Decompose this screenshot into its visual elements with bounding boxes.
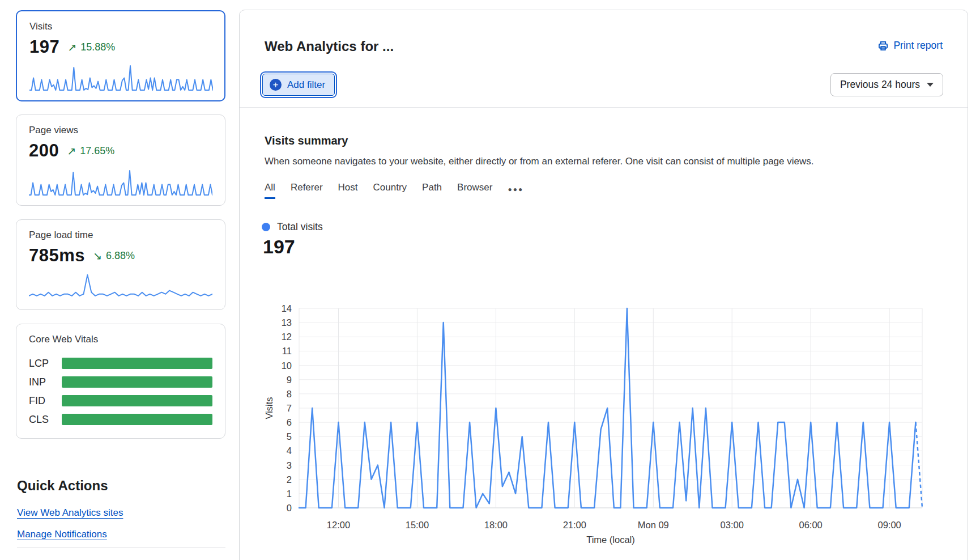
page-load-time-sparkline bbox=[29, 273, 212, 300]
add-filter-label: Add filter bbox=[287, 79, 325, 91]
trend-down-arrow-icon: ↘ bbox=[93, 251, 102, 261]
cwv-row-lcp: LCP bbox=[29, 358, 212, 369]
card-value: 785ms bbox=[29, 245, 85, 266]
card-title: Page views bbox=[29, 125, 212, 136]
tab-path[interactable]: Path bbox=[422, 182, 442, 199]
total-visits-value: 197 bbox=[263, 236, 295, 258]
print-report-label: Print report bbox=[893, 40, 943, 52]
card-title: Page load time bbox=[29, 230, 212, 241]
svg-text:15:00: 15:00 bbox=[406, 520, 429, 530]
svg-text:03:00: 03:00 bbox=[721, 520, 744, 530]
page-views-sparkline bbox=[29, 169, 212, 196]
printer-icon bbox=[877, 40, 889, 52]
svg-text:Visits: Visits bbox=[264, 397, 274, 419]
cwv-label: INP bbox=[29, 376, 62, 388]
chevron-down-icon bbox=[927, 83, 934, 87]
svg-text:12:00: 12:00 bbox=[327, 520, 350, 530]
card-value: 200 bbox=[29, 141, 59, 161]
quick-actions-heading: Quick Actions bbox=[17, 478, 108, 494]
metric-card-page-load-time[interactable]: Page load time 785ms ↘ 6.88% bbox=[16, 219, 225, 310]
svg-text:09:00: 09:00 bbox=[877, 520, 901, 530]
svg-text:Time (local): Time (local) bbox=[586, 534, 635, 545]
cwv-good-bar bbox=[62, 376, 212, 388]
tab-browser[interactable]: Browser bbox=[457, 182, 492, 199]
trend-badge: ↘ 6.88% bbox=[93, 250, 135, 262]
cwv-good-bar bbox=[62, 414, 212, 425]
svg-text:8: 8 bbox=[287, 389, 292, 399]
cwv-good-bar bbox=[62, 358, 212, 369]
svg-text:Mon 09: Mon 09 bbox=[638, 520, 669, 530]
view-web-analytics-sites-link[interactable]: View Web Analytics sites bbox=[17, 507, 123, 519]
tabs-more-ellipsis[interactable]: ●●● bbox=[508, 185, 523, 199]
svg-text:5: 5 bbox=[287, 431, 292, 442]
svg-text:21:00: 21:00 bbox=[563, 520, 586, 530]
svg-text:10: 10 bbox=[282, 360, 292, 371]
cwv-row-inp: INP bbox=[29, 376, 212, 388]
card-title: Core Web Vitals bbox=[29, 334, 212, 345]
trend-up-arrow-icon: ↗ bbox=[67, 42, 76, 53]
cwv-label: CLS bbox=[29, 414, 62, 426]
svg-text:18:00: 18:00 bbox=[484, 520, 508, 530]
card-value: 197 bbox=[29, 37, 59, 57]
svg-text:4: 4 bbox=[287, 446, 292, 456]
metric-card-visits[interactable]: Visits 197 ↗ 15.88% bbox=[16, 10, 225, 101]
svg-text:9: 9 bbox=[287, 375, 292, 385]
tab-referer[interactable]: Referer bbox=[291, 182, 323, 199]
svg-text:12: 12 bbox=[282, 332, 292, 342]
trend-badge: ↗ 17.65% bbox=[67, 145, 114, 157]
svg-text:13: 13 bbox=[282, 317, 292, 328]
svg-text:14: 14 bbox=[282, 303, 292, 313]
time-range-value: Previous 24 hours bbox=[840, 79, 920, 91]
chart-legend: Total visits bbox=[262, 221, 323, 233]
core-web-vitals-rows: LCPINPFIDCLS bbox=[29, 358, 212, 425]
cwv-label: FID bbox=[29, 395, 62, 407]
time-range-dropdown[interactable]: Previous 24 hours bbox=[830, 73, 943, 96]
cwv-label: LCP bbox=[29, 358, 62, 370]
visits-line-chart[interactable]: 0123456789101112131412:0015:0018:0021:00… bbox=[244, 265, 969, 560]
cwv-good-bar bbox=[62, 395, 212, 406]
trend-percent: 17.65% bbox=[80, 145, 114, 157]
tab-host[interactable]: Host bbox=[338, 182, 358, 199]
svg-text:7: 7 bbox=[287, 403, 292, 413]
core-web-vitals-card[interactable]: Core Web Vitals LCPINPFIDCLS bbox=[16, 324, 225, 439]
cwv-row-fid: FID bbox=[29, 395, 212, 406]
sidebar-divider bbox=[17, 548, 225, 548]
legend-label: Total visits bbox=[277, 221, 323, 233]
svg-text:11: 11 bbox=[282, 346, 292, 356]
manage-notifications-link[interactable]: Manage Notifications bbox=[17, 529, 107, 540]
visits-summary-heading: Visits summary bbox=[265, 134, 348, 147]
cwv-row-cls: CLS bbox=[29, 414, 212, 425]
total-visits-dot-icon bbox=[262, 223, 270, 231]
print-report-link[interactable]: Print report bbox=[877, 40, 943, 52]
trend-badge: ↗ 15.88% bbox=[67, 41, 115, 53]
svg-text:2: 2 bbox=[287, 474, 292, 485]
trend-up-arrow-icon: ↗ bbox=[67, 146, 76, 156]
web-analytics-panel: Web Analytics for ... Print report + Add… bbox=[239, 10, 968, 560]
metric-card-page-views[interactable]: Page views 200 ↗ 17.65% bbox=[16, 114, 225, 206]
svg-text:1: 1 bbox=[287, 489, 292, 499]
visits-sparkline bbox=[29, 64, 213, 91]
card-title: Visits bbox=[29, 21, 212, 32]
svg-text:3: 3 bbox=[287, 460, 292, 470]
header-divider bbox=[240, 107, 968, 108]
svg-text:6: 6 bbox=[287, 417, 292, 427]
trend-percent: 6.88% bbox=[106, 250, 135, 262]
tab-all[interactable]: All bbox=[265, 182, 275, 199]
visits-summary-description: When someone navigates to your website, … bbox=[265, 156, 813, 167]
trend-percent: 15.88% bbox=[80, 41, 115, 53]
plus-circle-icon: + bbox=[270, 79, 282, 91]
svg-text:06:00: 06:00 bbox=[799, 520, 823, 530]
add-filter-button[interactable]: + Add filter bbox=[262, 74, 335, 96]
page-title: Web Analytics for ... bbox=[265, 39, 394, 54]
tab-country[interactable]: Country bbox=[373, 182, 407, 199]
dimension-tabs: AllRefererHostCountryPathBrowser●●● bbox=[265, 182, 523, 199]
svg-text:0: 0 bbox=[287, 503, 292, 513]
